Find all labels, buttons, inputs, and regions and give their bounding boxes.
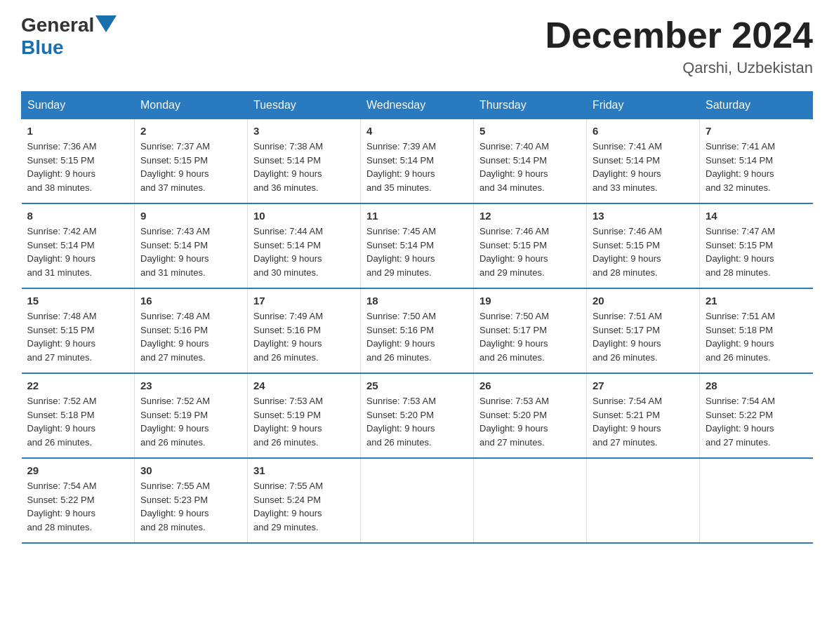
daylight-label: Daylight: 9 hours (27, 168, 96, 179)
daylight-minutes: and 26 minutes. (253, 352, 319, 363)
header-sunday: Sunday (22, 92, 135, 119)
table-row: 11 Sunrise: 7:45 AM Sunset: 5:14 PM Dayl… (361, 203, 474, 288)
day-info: Sunrise: 7:47 AM Sunset: 5:15 PM Dayligh… (706, 224, 807, 279)
day-number: 11 (366, 210, 468, 222)
table-row: 17 Sunrise: 7:49 AM Sunset: 5:16 PM Dayl… (248, 288, 361, 373)
day-info: Sunrise: 7:41 AM Sunset: 5:14 PM Dayligh… (593, 140, 694, 194)
table-row: 29 Sunrise: 7:54 AM Sunset: 5:22 PM Dayl… (22, 458, 135, 543)
sunset-label: Sunset: 5:16 PM (253, 325, 321, 335)
daylight-minutes: and 28 minutes. (593, 267, 658, 278)
sunset-label: Sunset: 5:14 PM (140, 240, 208, 250)
table-row: 19 Sunrise: 7:50 AM Sunset: 5:17 PM Dayl… (474, 288, 587, 373)
table-row: 27 Sunrise: 7:54 AM Sunset: 5:21 PM Dayl… (587, 373, 700, 458)
daylight-minutes: and 26 minutes. (366, 437, 432, 448)
daylight-label: Daylight: 9 hours (27, 508, 96, 518)
sunset-label: Sunset: 5:16 PM (366, 325, 434, 335)
daylight-label: Daylight: 9 hours (479, 423, 548, 434)
sunrise-label: Sunrise: 7:51 AM (706, 311, 775, 321)
daylight-label: Daylight: 9 hours (140, 338, 209, 349)
day-info: Sunrise: 7:48 AM Sunset: 5:16 PM Dayligh… (140, 309, 241, 364)
table-row: 7 Sunrise: 7:41 AM Sunset: 5:14 PM Dayli… (700, 119, 813, 204)
table-row: 16 Sunrise: 7:48 AM Sunset: 5:16 PM Dayl… (135, 288, 248, 373)
daylight-minutes: and 30 minutes. (253, 267, 319, 278)
daylight-minutes: and 26 minutes. (140, 437, 206, 448)
daylight-minutes: and 26 minutes. (706, 352, 771, 363)
sunrise-label: Sunrise: 7:43 AM (140, 226, 210, 236)
sunset-label: Sunset: 5:15 PM (479, 240, 547, 250)
sunrise-label: Sunrise: 7:46 AM (593, 226, 662, 236)
day-number: 28 (706, 380, 807, 391)
daylight-label: Daylight: 9 hours (253, 338, 322, 349)
day-number: 5 (479, 125, 581, 137)
daylight-minutes: and 26 minutes. (593, 352, 658, 363)
table-row: 10 Sunrise: 7:44 AM Sunset: 5:14 PM Dayl… (248, 203, 361, 288)
day-number: 20 (593, 295, 694, 307)
day-info: Sunrise: 7:55 AM Sunset: 5:24 PM Dayligh… (253, 479, 355, 534)
table-row: 15 Sunrise: 7:48 AM Sunset: 5:15 PM Dayl… (22, 288, 135, 373)
day-info: Sunrise: 7:41 AM Sunset: 5:14 PM Dayligh… (706, 140, 807, 194)
daylight-label: Daylight: 9 hours (706, 253, 774, 264)
sunrise-label: Sunrise: 7:54 AM (706, 396, 775, 406)
sunrise-label: Sunrise: 7:53 AM (479, 396, 549, 406)
daylight-label: Daylight: 9 hours (253, 168, 322, 179)
day-info: Sunrise: 7:44 AM Sunset: 5:14 PM Dayligh… (253, 224, 355, 279)
day-number: 3 (253, 125, 355, 137)
daylight-minutes: and 28 minutes. (706, 267, 771, 278)
daylight-minutes: and 29 minutes. (479, 267, 545, 278)
sunset-label: Sunset: 5:19 PM (253, 410, 321, 420)
day-number: 4 (366, 125, 468, 137)
svg-marker-0 (95, 15, 117, 32)
sunset-label: Sunset: 5:23 PM (140, 495, 208, 505)
sunrise-label: Sunrise: 7:53 AM (366, 396, 436, 406)
logo-general-text: General (21, 14, 94, 36)
sunset-label: Sunset: 5:17 PM (593, 325, 660, 335)
daylight-minutes: and 29 minutes. (366, 267, 432, 278)
day-number: 24 (253, 380, 355, 391)
daylight-minutes: and 26 minutes. (253, 437, 319, 448)
day-number: 14 (706, 210, 807, 222)
day-info: Sunrise: 7:43 AM Sunset: 5:14 PM Dayligh… (140, 224, 241, 279)
daylight-label: Daylight: 9 hours (593, 338, 661, 349)
table-row (361, 458, 474, 543)
sunrise-label: Sunrise: 7:52 AM (140, 396, 210, 406)
daylight-minutes: and 38 minutes. (27, 182, 93, 193)
daylight-minutes: and 28 minutes. (140, 522, 206, 532)
daylight-label: Daylight: 9 hours (253, 253, 322, 264)
table-row (474, 458, 587, 543)
daylight-label: Daylight: 9 hours (253, 423, 322, 434)
sunset-label: Sunset: 5:14 PM (593, 155, 660, 166)
day-info: Sunrise: 7:51 AM Sunset: 5:18 PM Dayligh… (706, 309, 807, 364)
day-info: Sunrise: 7:36 AM Sunset: 5:15 PM Dayligh… (27, 140, 129, 194)
daylight-label: Daylight: 9 hours (27, 338, 96, 349)
daylight-minutes: and 32 minutes. (706, 182, 771, 193)
sunrise-label: Sunrise: 7:42 AM (27, 226, 97, 236)
sunrise-label: Sunrise: 7:52 AM (27, 396, 97, 406)
daylight-minutes: and 31 minutes. (27, 267, 93, 278)
sunset-label: Sunset: 5:16 PM (140, 325, 208, 335)
sunset-label: Sunset: 5:15 PM (140, 155, 208, 166)
calendar-header: Sunday Monday Tuesday Wednesday Thursday… (22, 92, 813, 119)
day-info: Sunrise: 7:48 AM Sunset: 5:15 PM Dayligh… (27, 309, 129, 364)
table-row: 8 Sunrise: 7:42 AM Sunset: 5:14 PM Dayli… (22, 203, 135, 288)
daylight-label: Daylight: 9 hours (593, 253, 661, 264)
sunset-label: Sunset: 5:14 PM (253, 240, 321, 250)
daylight-minutes: and 36 minutes. (253, 182, 319, 193)
daylight-minutes: and 27 minutes. (140, 352, 206, 363)
table-row: 30 Sunrise: 7:55 AM Sunset: 5:23 PM Dayl… (135, 458, 248, 543)
daylight-label: Daylight: 9 hours (706, 168, 774, 179)
sunset-label: Sunset: 5:17 PM (479, 325, 547, 335)
sunrise-label: Sunrise: 7:48 AM (27, 311, 97, 321)
sunset-label: Sunset: 5:14 PM (366, 240, 434, 250)
daylight-label: Daylight: 9 hours (593, 168, 661, 179)
day-info: Sunrise: 7:53 AM Sunset: 5:19 PM Dayligh… (253, 394, 355, 449)
sunset-label: Sunset: 5:15 PM (27, 155, 95, 166)
sunrise-label: Sunrise: 7:47 AM (706, 226, 775, 236)
day-info: Sunrise: 7:54 AM Sunset: 5:22 PM Dayligh… (27, 479, 129, 534)
table-row: 20 Sunrise: 7:51 AM Sunset: 5:17 PM Dayl… (587, 288, 700, 373)
sunrise-label: Sunrise: 7:55 AM (253, 481, 323, 491)
sunrise-label: Sunrise: 7:53 AM (253, 396, 323, 406)
day-number: 10 (253, 210, 355, 222)
table-row: 6 Sunrise: 7:41 AM Sunset: 5:14 PM Dayli… (587, 119, 700, 204)
header-monday: Monday (135, 92, 248, 119)
day-info: Sunrise: 7:49 AM Sunset: 5:16 PM Dayligh… (253, 309, 355, 364)
